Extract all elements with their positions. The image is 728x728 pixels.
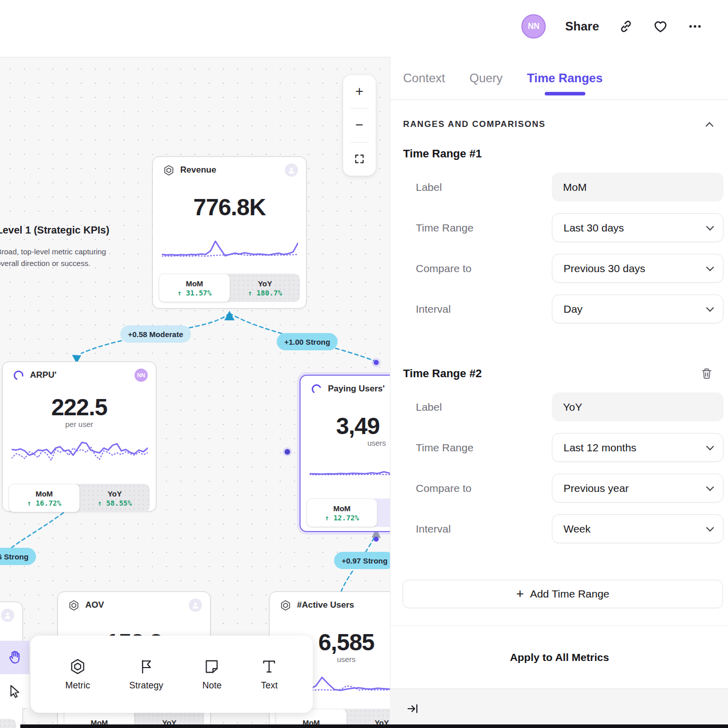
comparison-toggle: MoM ↑ 12.72% — [307, 499, 390, 527]
field-row: Compare to Previous year — [416, 474, 723, 503]
metric-value: 222.5 — [3, 393, 156, 421]
field-row: Label MoM — [416, 173, 723, 202]
toolbar-item-text[interactable]: Text — [260, 658, 278, 691]
fit-view-button[interactable] — [343, 143, 376, 176]
plus-icon: + — [516, 586, 524, 602]
chevron-down-icon — [706, 223, 714, 231]
copy-link-icon[interactable] — [618, 19, 634, 34]
metric-title: Revenue — [180, 165, 216, 175]
time-range-select[interactable]: Last 12 months — [552, 433, 723, 462]
correlation-badge[interactable]: +0.58 Moderate — [120, 325, 191, 343]
user-avatar[interactable]: NN — [521, 14, 546, 39]
owner-avatar-icon — [285, 163, 298, 177]
pan-tool-button[interactable] — [0, 641, 29, 674]
collapse-panel-icon[interactable] — [406, 702, 419, 715]
toggle-yoy[interactable] — [377, 499, 390, 527]
tab-context[interactable]: Context — [403, 57, 445, 100]
toggle-yoy[interactable]: YoY ↑ 58.55% — [80, 484, 150, 512]
minus-icon: − — [355, 117, 363, 133]
toggle-label: MoM — [333, 504, 350, 513]
tab-time-ranges[interactable]: Time Ranges — [527, 57, 603, 100]
more-options-icon[interactable] — [687, 19, 703, 34]
label-input-value: MoM — [563, 181, 587, 193]
toggle-delta: ↑ 180.7% — [248, 289, 282, 297]
sparkline-chart — [162, 237, 298, 262]
field-label: Interval — [416, 523, 552, 535]
level-annotation: Level 1 (Strategic KPIs) Broad, top-leve… — [0, 224, 123, 269]
field-label: Compare to — [416, 262, 552, 275]
panel-footer — [390, 688, 728, 728]
correlation-value: +0.97 Strong — [342, 556, 387, 565]
flag-icon — [138, 658, 155, 675]
toggle-delta: ↑ 16.72% — [27, 499, 61, 507]
correlation-badge[interactable]: 66 Strong — [0, 548, 36, 565]
panel-tabs: Context Query Time Ranges — [390, 57, 728, 100]
hand-icon — [7, 649, 23, 666]
time-ranges-content: RANGES AND COMPARISONS Time Range #1 Lab… — [390, 100, 728, 664]
metric-hexagon-icon — [280, 600, 291, 611]
correlation-badge[interactable]: +0.97 Strong — [334, 552, 390, 569]
zoom-out-button[interactable]: − — [343, 109, 376, 142]
label-input[interactable]: YoY — [552, 392, 723, 421]
select-value: Week — [564, 523, 590, 535]
apply-all-metrics-button[interactable]: Apply to All Metrics — [390, 651, 728, 664]
toolbar-item-label: Strategy — [129, 680, 163, 691]
select-value: Previous year — [564, 482, 628, 494]
owner-avatar-icon — [189, 599, 202, 612]
loading-spinner-icon — [311, 383, 322, 395]
field-label: Time Range — [416, 222, 552, 234]
correlation-badge[interactable]: +1.00 Strong — [277, 333, 338, 350]
tab-query[interactable]: Query — [470, 57, 503, 100]
level-annotation-body: Broad, top-level metric capturing overal… — [0, 246, 123, 269]
loading-spinner-icon — [13, 370, 24, 381]
top-bar: NN Share — [0, 0, 728, 57]
chevron-up-icon[interactable] — [706, 122, 714, 130]
sparkline-chart — [12, 436, 148, 469]
time-range-select[interactable]: Last 30 days — [552, 213, 723, 242]
app-window: +0.58 Moderate +1.00 Strong 66 Strong +0… — [0, 0, 728, 728]
add-time-range-label: Add Time Range — [530, 588, 609, 600]
favorite-heart-icon[interactable] — [653, 19, 668, 34]
compare-to-select[interactable]: Previous year — [552, 474, 723, 503]
select-value: Last 12 months — [564, 442, 637, 454]
share-button[interactable]: Share — [565, 19, 599, 34]
label-input[interactable]: MoM — [552, 173, 723, 202]
add-time-range-button[interactable]: + Add Time Range — [403, 580, 723, 608]
metric-card-revenue[interactable]: Revenue 776.8K MoM ↑ 31.57% YoY ↑ 180.7% — [152, 156, 307, 309]
metric-title: AOV — [85, 600, 104, 610]
toggle-yoy[interactable]: YoY ↑ 180.7% — [230, 274, 300, 302]
toggle-mom[interactable]: MoM ↑ 31.57% — [159, 274, 230, 302]
correlation-value: +1.00 Strong — [284, 338, 330, 346]
select-tool-button[interactable] — [0, 674, 29, 708]
comparison-toggle — [0, 719, 16, 728]
comparison-toggle: MoM ↑ 16.72% YoY ↑ 58.55% — [9, 484, 150, 512]
metric-tree-canvas[interactable]: +0.58 Moderate +1.00 Strong 66 Strong +0… — [0, 57, 390, 728]
toggle-label: MoM — [36, 489, 53, 498]
interval-select[interactable]: Week — [552, 514, 723, 543]
toolbar-item-note[interactable]: Note — [202, 658, 221, 691]
metric-value: 3,49 — [301, 412, 390, 440]
owner-avatar: NN — [135, 369, 148, 382]
delete-trash-icon[interactable] — [700, 367, 713, 380]
divider — [0, 57, 390, 57]
zoom-in-button[interactable]: + — [343, 75, 376, 108]
metric-title: Paying Users' — [328, 384, 385, 394]
section-header[interactable]: RANGES AND COMPARISONS — [403, 119, 712, 129]
toolbar-item-metric[interactable]: Metric — [65, 658, 90, 691]
interval-select[interactable]: Day — [552, 294, 723, 323]
toggle-delta: ↑ 31.57% — [177, 289, 211, 297]
toggle-mom[interactable]: MoM ↑ 16.72% — [9, 484, 80, 512]
zoom-controls: + − — [343, 75, 376, 176]
toggle-mom[interactable]: MoM ↑ 12.72% — [307, 499, 377, 527]
field-label: Label — [416, 401, 552, 413]
toolbar-item-strategy[interactable]: Strategy — [129, 658, 163, 691]
chevron-down-icon — [706, 483, 714, 491]
canvas-toolbar: Metric Strategy Note Text — [30, 636, 313, 713]
select-value: Day — [564, 303, 582, 315]
field-row: Interval Day — [416, 294, 723, 323]
field-label: Interval — [416, 303, 552, 315]
compare-to-select[interactable]: Previous 30 days — [552, 254, 723, 283]
metric-card-paying-users[interactable]: Paying Users' 3,49 users MoM ↑ 12.72% — [300, 375, 390, 532]
owner-avatar-icon — [1, 609, 14, 622]
metric-card-arpu[interactable]: ARPU' NN 222.5 per user MoM ↑ 16.72% YoY… — [2, 361, 156, 512]
